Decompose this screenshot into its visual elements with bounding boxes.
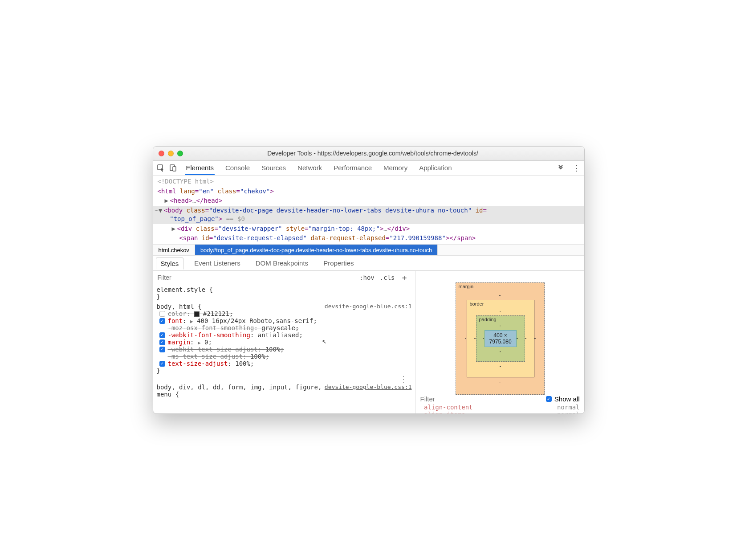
stylesheet-link[interactable]: devsite-google-blue.css:1	[325, 303, 412, 310]
show-all-checkbox[interactable]	[546, 396, 552, 402]
svg-rect-2	[173, 167, 176, 171]
dom-line-selected[interactable]: ⋯▼<body class="devsite-doc-page devsite-…	[153, 206, 584, 224]
property-toggle-checkbox[interactable]	[159, 339, 165, 345]
subtab-styles[interactable]: Styles	[156, 258, 184, 270]
computed-filter-label[interactable]: Filter	[420, 395, 546, 403]
rule-selector[interactable]: element.style {	[157, 286, 412, 293]
property-toggle-checkbox[interactable]	[159, 347, 165, 352]
show-all-label[interactable]: Show all	[554, 395, 580, 403]
rule-header[interactable]: body, html { devsite-google-blue.css:1	[157, 303, 412, 310]
style-property[interactable]: text-size-adjust: 100%;	[157, 360, 412, 367]
tab-application[interactable]: Application	[418, 161, 452, 175]
style-property[interactable]: -ms-text-size-adjust: 100%;	[157, 353, 412, 360]
stylesheet-link[interactable]: devsite-google-blue.css:1	[325, 384, 412, 390]
subtab-event-listeners[interactable]: Event Listeners	[190, 258, 244, 269]
style-property[interactable]: font: ▶ 400 16px/24px Roboto,sans-serif;	[157, 317, 412, 324]
tab-elements[interactable]: Elements	[185, 161, 215, 175]
color-swatch-icon[interactable]	[194, 311, 200, 317]
main-toolbar: Elements Console Sources Network Perform…	[153, 161, 584, 176]
computed-filter-row: Filter Show all	[416, 395, 584, 403]
computed-properties[interactable]: align-content normal align-items normal	[416, 403, 584, 414]
tab-performance[interactable]: Performance	[333, 161, 373, 175]
cls-toggle[interactable]: .cls	[377, 274, 398, 281]
expand-shorthand-icon[interactable]: ▶	[198, 340, 201, 346]
style-property[interactable]: color: #212121;	[157, 310, 412, 317]
expand-shorthand-icon[interactable]: ▶	[190, 319, 193, 324]
box-model-border-label: border	[470, 301, 484, 307]
zoom-window-button[interactable]	[177, 151, 183, 156]
box-model-margin-label: margin	[459, 284, 474, 289]
close-window-button[interactable]	[159, 151, 164, 156]
computed-property[interactable]: align-content normal	[420, 404, 580, 411]
mouse-cursor-icon: ↖	[322, 337, 327, 345]
hov-toggle[interactable]: :hov	[357, 274, 377, 281]
breadcrumb: html.chekov body#top_of_page.devsite-doc…	[153, 244, 584, 256]
styles-computed-split: :hov .cls ＋ element.style { } body, html…	[153, 271, 584, 413]
computed-panel: margin - - border - - padding - -	[416, 271, 584, 413]
property-toggle-checkbox[interactable]	[159, 332, 165, 338]
devtools-window: Developer Tools - https://developers.goo…	[153, 146, 585, 414]
dom-line[interactable]: <html lang="en" class="chekov">	[153, 187, 584, 196]
style-property[interactable]: -moz-osx-font-smoothing: grayscale;	[157, 324, 412, 331]
tab-memory[interactable]: Memory	[383, 161, 408, 175]
breadcrumb-item[interactable]: html.chekov	[153, 245, 195, 255]
box-model-content: 400 × 7975.080	[485, 330, 517, 347]
tab-console[interactable]: Console	[224, 161, 251, 175]
style-property[interactable]: margin: ▶ 0;	[157, 339, 412, 346]
box-model[interactable]: margin - - border - - padding - -	[416, 271, 584, 395]
tab-network[interactable]: Network	[297, 161, 323, 175]
property-toggle-checkbox[interactable]	[159, 318, 165, 324]
breadcrumb-item-selected[interactable]: body#top_of_page.devsite-doc-page.devsit…	[195, 245, 438, 255]
minimize-window-button[interactable]	[168, 151, 174, 156]
computed-property[interactable]: align-items normal	[420, 411, 580, 414]
expand-icon[interactable]: ▶	[165, 196, 170, 205]
box-model-padding-label: padding	[479, 317, 497, 322]
rule-header[interactable]: devsite-google-blue.css:1 body, div, dl,…	[157, 384, 412, 398]
property-toggle-checkbox[interactable]	[159, 311, 165, 317]
styles-rules[interactable]: element.style { } body, html { devsite-g…	[153, 284, 415, 413]
dom-line[interactable]: <span id="devsite-request-elapsed" data-…	[153, 233, 584, 243]
style-property[interactable]: -webkit-text-size-adjust: 100%;	[157, 346, 412, 353]
rule-more-menu-icon[interactable]: ⋮	[157, 374, 412, 384]
window-title: Developer Tools - https://developers.goo…	[188, 150, 584, 157]
titlebar: Developer Tools - https://developers.goo…	[153, 147, 584, 161]
kebab-menu-icon[interactable]: ⋮	[573, 164, 581, 172]
dom-line[interactable]: ▶<head>…</head>	[153, 196, 584, 206]
styles-filter-input[interactable]	[158, 274, 193, 281]
new-style-rule-button[interactable]: ＋	[398, 272, 411, 283]
dom-line[interactable]: <!DOCTYPE html>	[153, 177, 584, 187]
elements-tree[interactable]: <!DOCTYPE html> <html lang="en" class="c…	[153, 176, 584, 244]
device-toggle-icon[interactable]	[169, 164, 177, 172]
inspect-element-icon[interactable]	[157, 164, 165, 172]
style-property[interactable]: -webkit-font-smoothing: antialiased;	[157, 331, 412, 339]
collapse-icon[interactable]: ▼	[159, 206, 164, 215]
dom-line[interactable]: ▶<div class="devsite-wrapper" style="mar…	[153, 224, 584, 234]
tab-sources[interactable]: Sources	[261, 161, 287, 175]
window-controls	[153, 151, 188, 156]
property-toggle-checkbox[interactable]	[159, 361, 165, 367]
styles-panel: :hov .cls ＋ element.style { } body, html…	[153, 271, 416, 413]
sidebar-subtabs: Styles Event Listeners DOM Breakpoints P…	[153, 256, 584, 271]
more-tabs-icon[interactable]	[557, 164, 565, 172]
styles-filter-row: :hov .cls ＋	[153, 271, 415, 284]
expand-icon[interactable]: ▶	[172, 225, 177, 233]
subtab-dom-breakpoints[interactable]: DOM Breakpoints	[251, 258, 313, 269]
subtab-properties[interactable]: Properties	[319, 258, 358, 269]
